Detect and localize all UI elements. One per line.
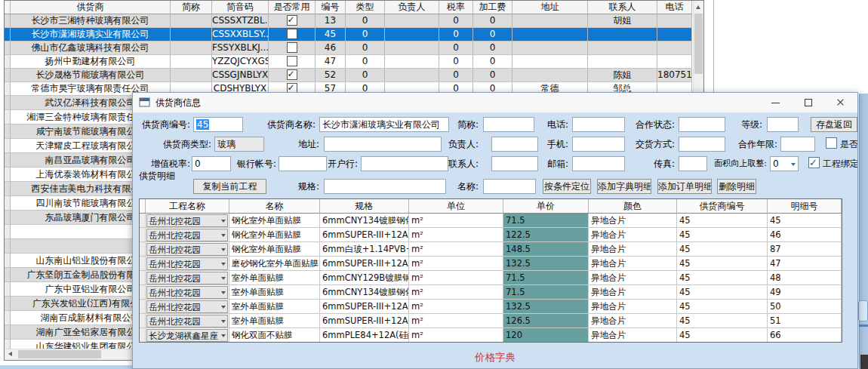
name-filter-input[interactable]	[483, 179, 536, 194]
column-header: 地址	[512, 1, 588, 14]
project-combo[interactable]: 长沙龙湖祺鑫星座	[146, 329, 228, 342]
locate-by-condition-button[interactable]: 按条件定位	[543, 179, 591, 194]
cell-name: 钢化室外单面贴膜	[229, 242, 320, 257]
vertical-scroll-thumb[interactable]	[694, 14, 703, 74]
detail-row[interactable]: 岳州北控花园钢化室外单面贴膜6mm白玻+1.14PVB+6mm...m²148.…	[140, 242, 842, 257]
project-combo-arrow-icon[interactable]	[221, 263, 226, 266]
email-field[interactable]	[572, 156, 625, 171]
project-combo[interactable]: 岳州北控花园	[146, 272, 228, 284]
add-dictionary-detail-button[interactable]: 添加字典明细	[597, 179, 651, 194]
close-button[interactable]	[824, 93, 857, 112]
supplier-row[interactable]: 长沙晟格节能玻璃有限公司CSSGJNBLYXGS52000陈姐180751	[5, 69, 692, 82]
detail-row[interactable]: 岳州北控花园钢化室外单面贴膜6mmSUPER-III+12A(硅...m²122…	[140, 228, 842, 242]
add-order-detail-button[interactable]: 添加订单明细	[657, 179, 712, 194]
project-combo-arrow-icon[interactable]	[221, 334, 226, 337]
supplier-row[interactable]: 扬州中勤建材有限公司YZZQJCYXGS47000	[5, 55, 692, 69]
common-checkbox[interactable]	[287, 15, 297, 26]
project-combo-text: 长沙龙湖祺鑫星座	[149, 331, 220, 341]
detail-row[interactable]: 岳州北控花园磨砂钢化室外单面贴膜6mmSUPER-III+12A(硅...m²1…	[140, 257, 842, 271]
copy-current-project-button[interactable]: 复制当前工程	[193, 179, 266, 194]
coop-status-field[interactable]	[679, 117, 725, 132]
project-combo-arrow-icon[interactable]	[221, 320, 226, 323]
cell-id: 13	[315, 14, 346, 28]
project-combo-arrow-icon[interactable]	[221, 234, 226, 237]
cell-detail-no: 49	[768, 285, 842, 300]
detail-grid-header: 工程名称名称规格单位单价颜色供货商编号明细号	[140, 199, 842, 214]
supplier-no-field[interactable]: 45	[193, 117, 243, 132]
detail-row[interactable]: 岳州北控花园室外单面贴膜6mmSUPER-III+12A(硅...m²126.5…	[140, 314, 842, 328]
project-bind-checkbox[interactable]	[808, 157, 820, 168]
supplier-row[interactable]: 长沙市潇湘玻璃实业有限公司CSSXXBLSY...45000	[5, 28, 692, 42]
contact-field[interactable]	[491, 156, 538, 171]
common-checkbox[interactable]	[287, 69, 297, 80]
project-combo[interactable]: 岳州北控花园	[146, 214, 228, 227]
row-header-cell	[5, 125, 11, 139]
supplier-row[interactable]: 佛山市亿鑫玻璃科技有限公司FSSYXBLKJ...46000	[5, 42, 692, 55]
cell-common	[269, 55, 315, 69]
cell-name: 钢化室外单面贴膜	[229, 214, 320, 228]
project-combo[interactable]: 岳州北控花园	[146, 257, 228, 270]
detail-row[interactable]: 岳州北控花园室外单面贴膜6mmCNY134镀膜钢化m²71.5异地合片4549	[140, 285, 842, 300]
minimize-button[interactable]	[759, 93, 792, 112]
grade-field[interactable]	[767, 117, 799, 132]
maximize-button[interactable]	[792, 93, 824, 112]
is-common-checkbox[interactable]	[826, 137, 837, 149]
cell-unit: m²	[409, 242, 503, 257]
common-checkbox[interactable]	[287, 29, 297, 39]
manager-field[interactable]	[491, 137, 538, 152]
fax-field[interactable]	[679, 156, 707, 171]
project-combo-text: 岳州北控花园	[149, 216, 220, 226]
project-combo-arrow-icon[interactable]	[221, 306, 226, 309]
project-combo[interactable]: 岳州北控花园	[146, 315, 228, 327]
row-header-cell	[5, 69, 11, 82]
bank-account-field[interactable]	[279, 156, 327, 171]
cell-manager	[385, 42, 439, 55]
project-combo-arrow-icon[interactable]	[221, 220, 226, 223]
detail-row[interactable]: 长沙龙湖祺鑫星座钢化双面不贴膜6mmPLE84+12A(硅酮胶...m²120异…	[140, 328, 842, 343]
scroll-left-icon[interactable]	[8, 352, 12, 356]
horizontal-scroll-thumb[interactable]	[18, 350, 101, 358]
project-combo-arrow-icon[interactable]	[221, 248, 226, 251]
supplier-name-field[interactable]	[319, 117, 449, 132]
spec-filter-input[interactable]	[324, 179, 446, 194]
common-checkbox[interactable]	[287, 56, 297, 66]
address-field[interactable]	[324, 137, 442, 152]
cell-tax: 0	[439, 69, 473, 82]
row-header-cell	[5, 196, 11, 211]
abbr-field[interactable]	[483, 117, 534, 132]
bank-field[interactable]	[361, 156, 448, 171]
detail-row[interactable]: 岳州北控花园室外单面贴膜6mmSUPER-III+12A(硅...m²132.5…	[140, 300, 842, 314]
cell-code: CSSGJNBLYXGS	[212, 69, 269, 82]
delete-detail-button[interactable]: 删除明细	[717, 179, 756, 194]
coop-years-field[interactable]	[780, 137, 815, 152]
project-combo[interactable]: 岳州北控花园	[146, 300, 228, 313]
supplier-row[interactable]: 长沙市三湘特种玻璃有限公司CSSSXTZBL...13000胡姐	[5, 14, 692, 28]
project-combo-arrow-icon[interactable]	[221, 291, 226, 294]
detail-row[interactable]: 岳州北控花园钢化室外单面贴膜6mmCNY134镀膜钢化m²71.5异地合片454…	[140, 214, 842, 228]
supplier-type-field[interactable]	[214, 137, 264, 152]
cell-color: 异地合片	[589, 314, 677, 328]
project-combo-arrow-icon[interactable]	[221, 277, 226, 280]
grid-column-header: 供货商编号	[677, 199, 768, 214]
delivery-field[interactable]	[679, 137, 725, 152]
email-label: 邮箱:	[534, 156, 568, 171]
mobile-field[interactable]	[572, 137, 625, 152]
row-header-cell	[5, 42, 11, 55]
phone-field[interactable]	[572, 117, 625, 132]
project-combo-text: 岳州北控花园	[149, 244, 220, 255]
price-dictionary-label: 价格字典	[133, 351, 857, 364]
scroll-up-icon[interactable]	[696, 5, 700, 9]
detail-row[interactable]: 岳州北控花园室外单面贴膜6mmCNY129B镀膜钢化m²71.5异地合片4548	[140, 271, 842, 285]
area-round-label: 面积向上取整:	[708, 156, 767, 171]
dialog-titlebar[interactable]: 供货商信息	[133, 93, 857, 113]
project-combo[interactable]: 岳州北控花园	[146, 229, 228, 241]
common-checkbox[interactable]	[287, 42, 297, 53]
project-combo[interactable]: 岳州北控花园	[146, 286, 228, 299]
supplier-type-label: 供货商类型:	[139, 137, 211, 152]
project-combo[interactable]: 岳州北控花园	[146, 243, 228, 256]
save-return-button[interactable]: 存盘返回	[811, 117, 857, 132]
vat-field[interactable]	[192, 156, 231, 171]
area-round-combo[interactable]: 0	[770, 156, 799, 171]
column-header: 是否常用	[269, 1, 315, 14]
row-header-cell	[5, 282, 11, 297]
